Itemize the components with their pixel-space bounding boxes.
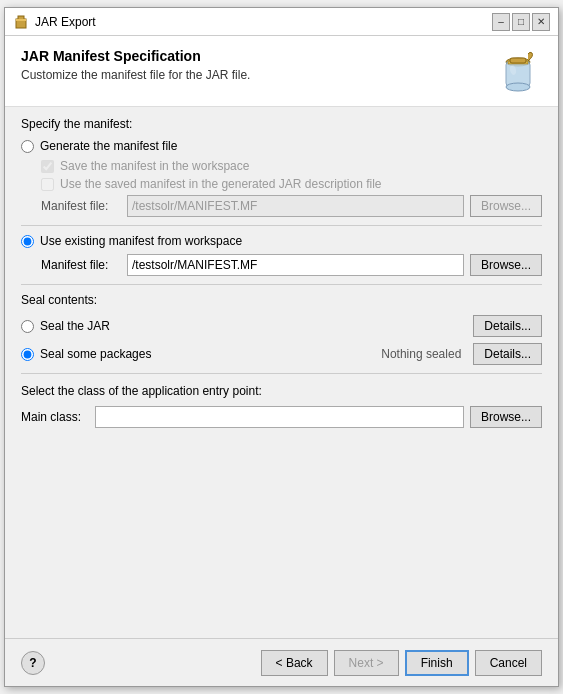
seal-jar-details-button[interactable]: Details... <box>473 315 542 337</box>
jar-icon <box>494 48 542 96</box>
use-existing-label: Use existing manifest from workspace <box>40 234 242 248</box>
manifest-file-row-disabled: Manifest file: Browse... <box>41 195 542 217</box>
main-area: Specify the manifest: Generate the manif… <box>5 107 558 638</box>
use-saved-option[interactable]: Use the saved manifest in the generated … <box>41 177 542 191</box>
seal-packages-row: Seal some packages Nothing sealed Detail… <box>21 343 542 365</box>
cancel-button[interactable]: Cancel <box>475 650 542 676</box>
header-text: JAR Manifest Specification Customize the… <box>21 48 250 82</box>
manifest-file-row-active: Manifest file: Browse... <box>41 254 542 276</box>
use-existing-option[interactable]: Use existing manifest from workspace <box>21 234 542 248</box>
maximize-button[interactable]: □ <box>512 13 530 31</box>
generate-manifest-option[interactable]: Generate the manifest file <box>21 139 542 153</box>
help-button[interactable]: ? <box>21 651 45 675</box>
seal-packages-radio[interactable] <box>21 348 34 361</box>
minimize-button[interactable]: – <box>492 13 510 31</box>
seal-jar-row: Seal the JAR Details... <box>21 315 542 337</box>
title-bar: JAR Export – □ ✕ <box>5 8 558 36</box>
browse-manifest-disabled-button[interactable]: Browse... <box>470 195 542 217</box>
main-class-row: Main class: Browse... <box>21 406 542 428</box>
manifest-file-label-disabled: Manifest file: <box>41 199 121 213</box>
dialog-title: JAR Manifest Specification <box>21 48 250 64</box>
dialog-subtitle: Customize the manifest file for the JAR … <box>21 68 250 82</box>
header-area: JAR Manifest Specification Customize the… <box>5 36 558 107</box>
manifest-file-input-disabled[interactable] <box>127 195 464 217</box>
title-bar-left: JAR Export <box>13 14 96 30</box>
main-class-input[interactable] <box>95 406 464 428</box>
footer-right: < Back Next > Finish Cancel <box>261 650 542 676</box>
footer: ? < Back Next > Finish Cancel <box>5 638 558 686</box>
main-class-label: Main class: <box>21 410 89 424</box>
specify-manifest-label: Specify the manifest: <box>21 117 542 131</box>
seal-packages-left: Seal some packages <box>21 347 151 361</box>
footer-left: ? <box>21 651 45 675</box>
use-saved-label: Use the saved manifest in the generated … <box>60 177 382 191</box>
window-icon <box>13 14 29 30</box>
window-title: JAR Export <box>35 15 96 29</box>
manifest-file-input-active[interactable] <box>127 254 464 276</box>
save-manifest-checkbox[interactable] <box>41 160 54 173</box>
dialog-content: JAR Manifest Specification Customize the… <box>5 36 558 638</box>
browse-existing-button[interactable]: Browse... <box>470 254 542 276</box>
next-button[interactable]: Next > <box>334 650 399 676</box>
divider-1 <box>21 225 542 226</box>
divider-2 <box>21 284 542 285</box>
seal-contents-label: Seal contents: <box>21 293 542 307</box>
seal-packages-label: Seal some packages <box>40 347 151 361</box>
seal-jar-label: Seal the JAR <box>40 319 110 333</box>
entry-section: Select the class of the application entr… <box>21 384 542 428</box>
entry-point-label: Select the class of the application entr… <box>21 384 542 398</box>
seal-packages-right: Nothing sealed Details... <box>381 343 542 365</box>
seal-jar-radio[interactable] <box>21 320 34 333</box>
main-window: JAR Export – □ ✕ JAR Manifest Specificat… <box>4 7 559 687</box>
back-button[interactable]: < Back <box>261 650 328 676</box>
use-saved-checkbox[interactable] <box>41 178 54 191</box>
title-bar-controls: – □ ✕ <box>492 13 550 31</box>
manifest-file-label-active: Manifest file: <box>41 258 121 272</box>
seal-section: Seal contents: Seal the JAR Details... S… <box>21 293 542 365</box>
nothing-sealed-text: Nothing sealed <box>381 347 461 361</box>
browse-main-class-button[interactable]: Browse... <box>470 406 542 428</box>
divider-3 <box>21 373 542 374</box>
seal-jar-left: Seal the JAR <box>21 319 110 333</box>
generate-manifest-label: Generate the manifest file <box>40 139 177 153</box>
use-existing-radio[interactable] <box>21 235 34 248</box>
svg-point-5 <box>506 83 530 91</box>
svg-rect-2 <box>16 19 26 21</box>
save-manifest-option[interactable]: Save the manifest in the workspace <box>41 159 542 173</box>
close-button[interactable]: ✕ <box>532 13 550 31</box>
svg-rect-7 <box>510 58 526 63</box>
generate-manifest-radio[interactable] <box>21 140 34 153</box>
save-manifest-label: Save the manifest in the workspace <box>60 159 249 173</box>
seal-packages-details-button[interactable]: Details... <box>473 343 542 365</box>
finish-button[interactable]: Finish <box>405 650 469 676</box>
